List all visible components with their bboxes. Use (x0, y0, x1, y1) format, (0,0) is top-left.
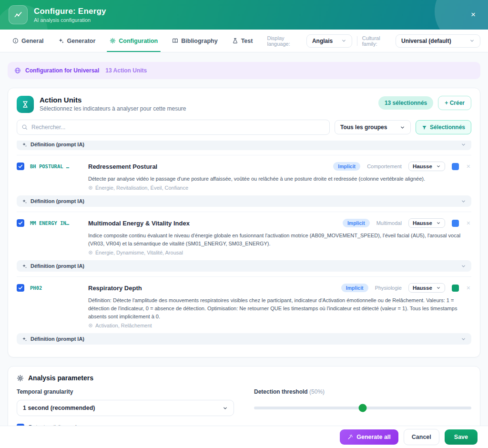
display-language-label: Display language: (267, 35, 301, 47)
definition-prompt-bar[interactable]: Définition (prompt IA) (17, 141, 471, 150)
action-units-list: Définition (prompt IA) BH_POSTURAL_… Red… (17, 141, 471, 349)
item-checkbox[interactable] (17, 284, 24, 292)
cultural-family-select[interactable]: Universal (default) (396, 34, 480, 48)
item-tags: Énergie, Revitalisation, Éveil, Confianc… (88, 185, 466, 191)
chevron-down-icon (341, 38, 346, 43)
detection-threshold-label: Detection threshold (254, 388, 308, 395)
cultural-family-value: Universal (default) (401, 38, 451, 44)
implicit-badge: Implicit (341, 284, 368, 292)
card-title: Action Units (40, 96, 186, 104)
item-name: Multimodal Energy & Vitality Index (88, 220, 190, 227)
direction-value: Hausse (413, 163, 432, 169)
chevron-down-icon (436, 221, 441, 225)
implicit-badge: Implicit (343, 219, 370, 227)
item-code: MM_ENERGY_IN… (30, 220, 88, 226)
selected-filter-label: Sélectionnés (430, 124, 465, 131)
action-units-card: Action Units Sélectionnez les indicateur… (8, 88, 480, 357)
temporal-granularity-select[interactable]: 1 second (recommended) (17, 400, 234, 416)
chevron-down-icon (461, 336, 466, 342)
sparkles-icon (22, 264, 27, 269)
page-subtitle: AI analysis configuration (34, 17, 106, 23)
chevron-down-icon (436, 285, 441, 290)
item-tags: Énergie, Dynamisme, Vitalité, Arousal (88, 250, 466, 255)
item-tags-text: Activation, Relâchement (95, 323, 152, 328)
sparkles-icon (22, 199, 27, 204)
modal-content: Configuration for Universal 13 Action Un… (0, 52, 488, 426)
chevron-down-icon (461, 199, 466, 204)
item-checkbox[interactable] (17, 163, 24, 170)
definition-prompt-bar[interactable]: Définition (prompt IA) (17, 195, 471, 207)
remove-icon[interactable]: × (466, 219, 471, 227)
hourglass-icon (17, 96, 34, 113)
item-description: Indice composite continu évaluant le niv… (88, 232, 466, 248)
remove-icon[interactable]: × (466, 163, 471, 170)
sparkles-icon (22, 336, 27, 342)
color-chip[interactable] (452, 163, 459, 170)
sparkles-icon (22, 142, 27, 147)
color-chip[interactable] (452, 220, 459, 227)
action-unit-item: MM_ENERGY_IN… Multimodal Energy & Vitali… (17, 212, 471, 272)
chevron-down-icon (400, 125, 405, 130)
create-button[interactable]: + Créer (438, 96, 471, 110)
tab-label: Generator (67, 38, 96, 44)
cancel-button[interactable]: Cancel (404, 429, 439, 445)
check-icon (18, 164, 23, 169)
save-button[interactable]: Save (445, 429, 478, 445)
tab-bar: General Generator Configuration Bibliogr… (0, 30, 488, 52)
gear-icon (110, 38, 116, 44)
notice-text: Configuration for Universal (25, 67, 99, 74)
detection-threshold-slider[interactable] (254, 400, 471, 416)
cultural-family-label: Cultural family: (362, 35, 391, 47)
close-icon[interactable]: × (466, 8, 480, 22)
generate-all-button[interactable]: Generate all (340, 429, 398, 445)
card-subtitle: Sélectionnez les indicateurs à analyser … (40, 105, 186, 112)
temporal-column: Temporal granularity 1 second (recommend… (17, 388, 234, 426)
definition-label: Définition (prompt IA) (30, 198, 84, 204)
selected-count-badge: 13 sélectionnés (378, 96, 433, 110)
tab-general[interactable]: General (12, 30, 44, 52)
definition-prompt-bar[interactable]: Définition (prompt IA) (17, 333, 471, 345)
tab-label: Test (241, 38, 253, 44)
definition-prompt-bar[interactable]: Définition (prompt IA) (17, 260, 471, 272)
tab-generator[interactable]: Generator (58, 30, 96, 52)
color-chip[interactable] (452, 285, 459, 292)
item-checkbox[interactable] (17, 219, 24, 227)
target-icon (88, 250, 93, 255)
search-input[interactable] (17, 120, 330, 135)
item-name: Redressement Postural (88, 163, 157, 170)
group-filter-value: Tous les groupes (340, 124, 387, 131)
item-tags-text: Énergie, Dynamisme, Vitalité, Arousal (95, 250, 183, 255)
display-language-select[interactable]: Anglais (306, 34, 352, 48)
direction-select[interactable]: Hausse (408, 162, 445, 171)
item-category: Multimodal (376, 220, 402, 226)
direction-select[interactable]: Hausse (408, 218, 445, 228)
item-description: Définition: Détecte l'amplitude des mouv… (88, 296, 466, 321)
selected-filter-button[interactable]: Sélectionnés (416, 120, 471, 134)
item-code: BH_POSTURAL_… (30, 163, 88, 169)
item-category: Comportement (367, 163, 402, 169)
wand-icon (347, 434, 353, 440)
card-title: Analysis parameters (28, 374, 93, 382)
configure-modal: Configure: Energy AI analysis configurat… (0, 0, 488, 448)
definition-label: Définition (prompt IA) (30, 263, 84, 269)
remove-icon[interactable]: × (466, 284, 471, 292)
notice-count: 13 Action Units (105, 67, 147, 74)
tab-test[interactable]: Test (232, 30, 253, 52)
tab-configuration[interactable]: Configuration (110, 30, 158, 52)
item-tags-text: Énergie, Revitalisation, Éveil, Confianc… (95, 185, 188, 191)
slider-thumb[interactable] (359, 404, 367, 412)
divider (357, 36, 357, 46)
item-description: Détecte par analyse vidéo le passage d'u… (88, 175, 466, 183)
target-icon (88, 323, 93, 328)
tab-label: Configuration (119, 38, 158, 44)
action-unit-item: BH_POSTURAL_… Redressement Postural Impl… (17, 155, 471, 207)
item-category: Physiologie (375, 285, 402, 291)
direction-select[interactable]: Hausse (408, 283, 445, 293)
check-icon (18, 285, 23, 290)
group-filter-select[interactable]: Tous les groupes (335, 120, 411, 134)
flask-icon (232, 38, 238, 44)
chart-line-icon (9, 5, 28, 24)
tab-bibliography[interactable]: Bibliography (172, 30, 217, 52)
modal-header: Configure: Energy AI analysis configurat… (0, 0, 488, 30)
direction-value: Hausse (413, 220, 432, 226)
